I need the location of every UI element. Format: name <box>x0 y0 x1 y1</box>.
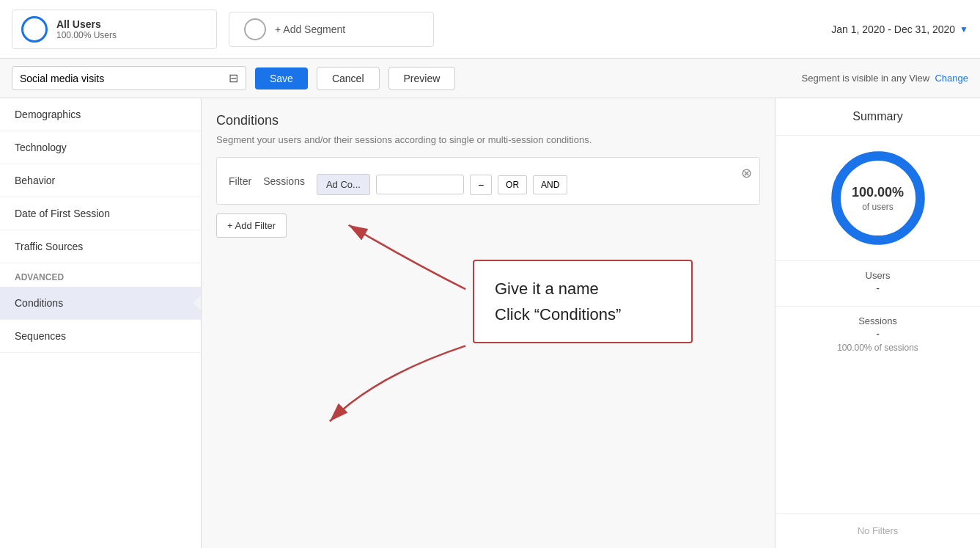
summary-title: Summary <box>775 98 980 136</box>
sessions-stat-pct: 100.00% of sessions <box>787 343 968 353</box>
no-filters-label: No Filters <box>775 513 980 548</box>
sidebar-item-behavior[interactable]: Behavior <box>0 164 201 197</box>
users-stat: Users - <box>775 260 980 306</box>
sidebar-item-conditions[interactable]: Conditions <box>0 287 201 320</box>
segment-name-edit-icon: ⊟ <box>229 71 238 85</box>
advanced-section-label: Advanced <box>0 263 201 287</box>
filter-bar: Filter Sessions ⊗ Ad Co... − OR AND <box>216 157 760 205</box>
users-stat-label: Users <box>787 270 968 281</box>
sessions-stat-value: - <box>787 328 968 340</box>
all-users-segment[interactable]: All Users 100.00% Users <box>12 10 217 49</box>
toolbar: ⊟ Save Cancel Preview Segment is visible… <box>0 59 980 98</box>
date-range-dropdown-icon: ▼ <box>959 24 968 34</box>
add-condition-button[interactable]: Ad Co... <box>317 174 370 195</box>
filter-label: Filter <box>229 175 251 187</box>
main-panel: Conditions Segment your users and/or the… <box>202 98 775 548</box>
conditions-title: Conditions <box>216 113 760 128</box>
add-segment-circle-icon <box>244 18 266 40</box>
sidebar-item-demographics[interactable]: Demographics <box>0 98 201 131</box>
segment-name-field-wrapper: ⊟ <box>12 66 246 90</box>
donut-center: 100.00% of users <box>852 185 904 212</box>
callout-line1: Give it a name <box>495 276 671 302</box>
segment-name: All Users <box>56 18 117 30</box>
filter-close-button[interactable]: ⊗ <box>741 165 752 181</box>
sidebar: Demographics Technology Behavior Date of… <box>0 98 202 548</box>
segment-info: All Users 100.00% Users <box>56 18 117 40</box>
change-link[interactable]: Change <box>935 73 968 84</box>
segment-percentage: 100.00% Users <box>56 30 117 40</box>
remove-condition-button[interactable]: − <box>470 175 492 195</box>
donut-of-users-label: of users <box>862 202 894 212</box>
add-segment-label: + Add Segment <box>275 23 345 35</box>
visibility-text: Segment is visible in any View Change <box>802 73 968 84</box>
filter-row: Ad Co... − OR AND <box>317 174 568 195</box>
users-stat-value: - <box>787 282 968 294</box>
and-button[interactable]: AND <box>533 175 567 194</box>
add-filter-button[interactable]: + Add Filter <box>216 213 287 238</box>
donut-container: 100.00% of users <box>816 136 940 260</box>
summary-panel: Summary 100.00% of users Users - <box>775 98 980 548</box>
segment-name-input[interactable] <box>20 73 223 84</box>
callout-box: Give it a name Click “Conditions” <box>473 260 693 343</box>
sessions-label: Sessions <box>263 175 305 187</box>
sessions-stat: Sessions - 100.00% of sessions <box>775 306 980 362</box>
date-range-text: Jan 1, 2020 - Dec 31, 2020 <box>831 23 955 35</box>
sessions-stat-label: Sessions <box>787 315 968 326</box>
add-segment-pill[interactable]: + Add Segment <box>229 12 434 47</box>
body-layout: Demographics Technology Behavior Date of… <box>0 98 980 548</box>
top-bar: All Users 100.00% Users + Add Segment Ja… <box>0 0 980 59</box>
sidebar-item-date-of-first-session[interactable]: Date of First Session <box>0 197 201 230</box>
donut-percentage: 100.00% <box>852 185 904 200</box>
save-button[interactable]: Save <box>255 67 308 89</box>
main-area: ⊟ Save Cancel Preview Segment is visible… <box>0 59 980 548</box>
sidebar-item-technology[interactable]: Technology <box>0 131 201 164</box>
donut-chart: 100.00% of users <box>830 150 926 246</box>
segment-circle-icon <box>21 16 48 43</box>
sidebar-item-sequences[interactable]: Sequences <box>0 320 201 353</box>
preview-button[interactable]: Preview <box>388 67 456 90</box>
cancel-button[interactable]: Cancel <box>317 67 380 90</box>
filter-value-input[interactable] <box>376 175 464 194</box>
sidebar-item-traffic-sources[interactable]: Traffic Sources <box>0 230 201 263</box>
callout-line2: Click “Conditions” <box>495 302 671 327</box>
conditions-description: Segment your users and/or their sessions… <box>216 134 760 145</box>
or-button[interactable]: OR <box>498 175 527 194</box>
date-range[interactable]: Jan 1, 2020 - Dec 31, 2020 ▼ <box>831 23 968 35</box>
